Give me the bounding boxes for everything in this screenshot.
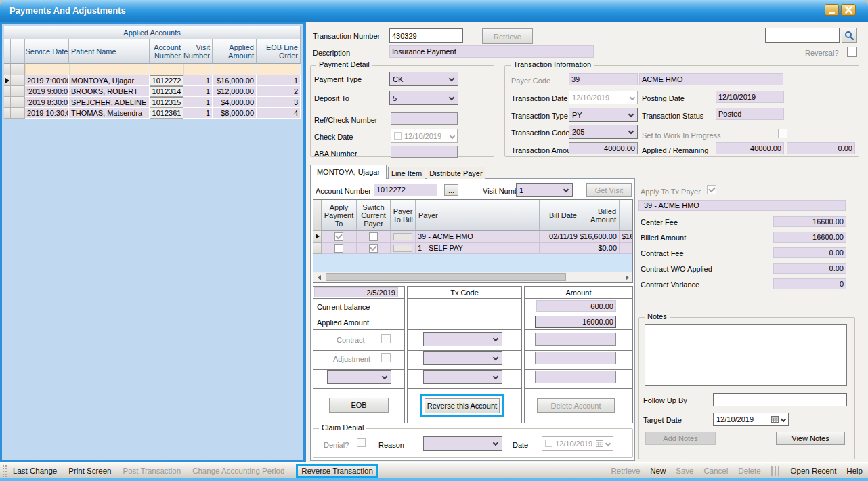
cell-visit-number[interactable]: 1 — [183, 86, 213, 97]
cell-service-date[interactable]: 2019 10:30:0 — [25, 108, 69, 119]
column-header-eob-line-order[interactable]: EOB Line Order — [257, 39, 301, 64]
cell-service-date[interactable]: 2019 7:00:00 — [25, 75, 69, 86]
table-row[interactable]: '2019 8:30:0 SPEJCHER, ADELINE 1012315 1… — [4, 97, 301, 108]
cell-patient-name[interactable]: SPEJCHER, ADELINE — [69, 97, 150, 108]
extra-type-select[interactable] — [327, 370, 391, 384]
column-header-account-number[interactable]: Account Number — [150, 39, 183, 64]
row-selector-cell[interactable] — [4, 75, 11, 86]
apply-payment-checkbox[interactable] — [334, 232, 343, 241]
cell-switch-current-payer[interactable] — [357, 231, 391, 243]
cell-bill-date[interactable] — [540, 243, 580, 254]
table-row[interactable]: '2019 9:00:0 BROOKS, ROBERT 1012314 1 $1… — [4, 86, 301, 97]
cell-clipped-amount[interactable] — [620, 243, 632, 254]
description-field[interactable]: Insurance Payment — [389, 45, 594, 58]
close-button[interactable] — [841, 4, 856, 16]
cell-applied-amount[interactable]: $8,000.00 — [213, 108, 257, 119]
view-notes-button[interactable]: View Notes — [776, 432, 845, 445]
cell-patient-name[interactable]: THOMAS, Matsendra — [69, 108, 150, 119]
cell-service-date[interactable]: '2019 9:00:0 — [25, 86, 69, 97]
scroll-right-button[interactable] — [622, 273, 632, 282]
aba-number-input[interactable] — [391, 146, 458, 158]
ref-check-input[interactable] — [391, 112, 458, 125]
cell-apply-payment-to[interactable] — [322, 243, 357, 254]
switch-payer-checkbox[interactable] — [369, 232, 378, 241]
open-recent-button[interactable]: Open Recent — [791, 467, 837, 475]
cell-account-number[interactable]: 1012272 — [150, 75, 183, 86]
cell-patient-name[interactable]: BROOKS, ROBERT — [69, 86, 150, 97]
new-button[interactable]: New — [650, 467, 666, 475]
contract-txcode-select[interactable] — [423, 332, 502, 346]
payment-type-select[interactable]: CK — [389, 72, 458, 86]
tab-line-item[interactable]: Line Item — [388, 167, 425, 179]
table-row[interactable]: 2019 7:00:00 MONTOYA, Ujagar 1012272 1 $… — [4, 75, 301, 86]
cell-account-number[interactable]: 1012361 — [150, 108, 183, 119]
filter-cell-applied-amount[interactable] — [213, 64, 257, 75]
reversal-checkbox[interactable] — [847, 47, 857, 57]
cell-applied-amount[interactable]: $16,000.00 — [213, 75, 257, 86]
switch-payer-checkbox[interactable] — [369, 244, 378, 253]
row-selector-cell[interactable] — [4, 108, 11, 119]
cell-eob-line-order[interactable]: 4 — [257, 108, 301, 119]
transaction-amount-field[interactable]: 40000.00 — [569, 142, 638, 154]
contract-amount-input[interactable] — [535, 333, 616, 346]
cell-payer[interactable]: 39 - ACME HMO — [416, 231, 540, 243]
cell-applied-amount[interactable]: $4,000.00 — [213, 97, 257, 108]
cell-clipped-amount[interactable]: $16, — [620, 231, 632, 243]
minimize-button[interactable] — [825, 4, 839, 16]
column-header-applied-amount[interactable]: Applied Amount — [213, 39, 257, 64]
account-number-input[interactable]: 1012272 — [374, 184, 437, 196]
cell-visit-number[interactable]: 1 — [183, 75, 213, 86]
payer-grid-hscrollbar[interactable] — [313, 272, 632, 282]
column-header-bill-date[interactable]: Bill Date — [540, 200, 580, 231]
column-header-payer[interactable]: Payer — [416, 200, 540, 231]
applied-amount-input[interactable]: 16000.00 — [535, 316, 616, 328]
cell-account-number[interactable]: 1012314 — [150, 86, 183, 97]
toolbar-grip[interactable] — [2, 465, 7, 477]
denial-reason-select[interactable] — [423, 436, 502, 451]
transaction-number-input[interactable] — [389, 28, 463, 43]
scrollbar-thumb[interactable] — [326, 273, 566, 281]
column-header-patient-name[interactable]: Patient Name — [69, 39, 150, 64]
account-lookup-button[interactable]: ... — [444, 184, 458, 196]
follow-up-by-input[interactable] — [713, 393, 847, 406]
tab-distribute-payer[interactable]: Distribute Payer — [427, 167, 485, 179]
filter-cell-account-number[interactable] — [150, 64, 183, 75]
payer-row-selector[interactable] — [313, 243, 322, 254]
target-date-picker[interactable]: 12/10/2019 — [713, 413, 789, 426]
column-header-apply-payment-to[interactable]: Apply Payment To — [322, 200, 357, 231]
eob-button[interactable]: EOB — [329, 398, 389, 413]
last-change-button[interactable]: Last Change — [13, 467, 57, 475]
row-selector-cell[interactable] — [4, 86, 11, 97]
payer-row-selector[interactable] — [313, 231, 322, 243]
column-header-visit-number[interactable]: Visit Number — [183, 39, 213, 64]
visit-number-select[interactable]: 1 — [516, 183, 573, 197]
cell-payer[interactable]: 1 - SELF PAY — [416, 243, 540, 254]
scroll-left-button[interactable] — [313, 273, 324, 282]
cell-payer-to-bill[interactable] — [391, 231, 416, 243]
cell-applied-amount[interactable]: $12,000.00 — [213, 86, 257, 97]
row-selector-cell[interactable] — [4, 97, 11, 108]
print-screen-button[interactable]: Print Screen — [68, 467, 111, 475]
payer-row[interactable]: 39 - ACME HMO 02/11/19 $16,600.00 $16, — [313, 231, 632, 243]
payer-to-bill-button[interactable] — [393, 245, 412, 252]
transaction-type-select[interactable]: PY — [569, 108, 638, 122]
deposit-to-select[interactable]: 5 — [389, 91, 458, 105]
transaction-code-select[interactable]: 205 — [569, 125, 638, 139]
search-input[interactable] — [765, 28, 840, 43]
payer-row[interactable]: 1 - SELF PAY $0.00 — [313, 243, 632, 254]
cell-patient-name[interactable]: MONTOYA, Ujagar — [69, 75, 150, 86]
tab-account-montoya[interactable]: MONTOYA, Ujagar — [310, 165, 387, 179]
filter-cell-service-date[interactable] — [25, 64, 69, 75]
row-button-cell[interactable] — [11, 108, 25, 119]
search-button[interactable] — [842, 28, 857, 43]
adjustment-txcode-select[interactable] — [423, 351, 502, 365]
reverse-this-account-button[interactable]: Reverse this Account — [425, 398, 500, 413]
filter-cell-eob-line-order[interactable] — [257, 64, 301, 75]
payer-to-bill-button[interactable] — [393, 233, 412, 240]
row-button-cell[interactable] — [11, 86, 25, 97]
row-button-cell[interactable] — [11, 75, 25, 86]
extra-amount-input[interactable] — [535, 371, 616, 383]
cell-apply-payment-to[interactable] — [322, 231, 357, 243]
filter-cell-visit-number[interactable] — [183, 64, 213, 75]
column-header-service-date[interactable]: Service Date — [25, 39, 69, 64]
